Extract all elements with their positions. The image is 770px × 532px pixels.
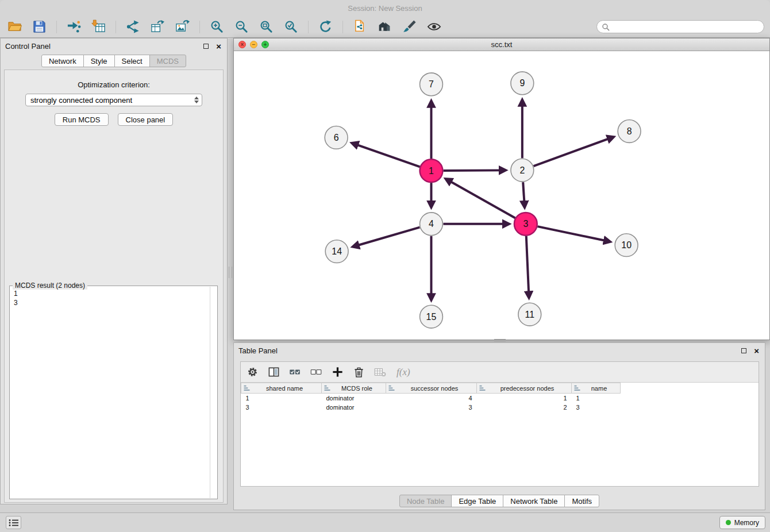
horizontal-splitter[interactable]	[494, 339, 506, 342]
search-box[interactable]	[596, 20, 764, 33]
result-scrollbar[interactable]	[210, 287, 210, 498]
table-cell[interactable]: 3	[241, 403, 322, 412]
export-network-button[interactable]	[148, 18, 167, 36]
mcds-result-list: 13	[11, 287, 208, 498]
node-1[interactable]: 1	[420, 159, 443, 182]
unselect-all-button[interactable]	[306, 364, 327, 381]
close-window-button[interactable]: ×	[238, 41, 246, 48]
tab-network-table[interactable]: Network Table	[503, 495, 565, 507]
refresh-icon	[318, 20, 333, 34]
close-panel-button[interactable]: Close panel	[118, 113, 174, 126]
edge-3-1[interactable]	[446, 179, 515, 218]
import-table-button[interactable]	[88, 18, 108, 36]
eye-details-button[interactable]	[424, 18, 444, 36]
tab-select[interactable]: Select	[114, 55, 150, 67]
column-header-MCDS-role[interactable]: MCDS role	[322, 383, 386, 394]
table-cell[interactable]: 3	[572, 403, 621, 412]
edge-1-6[interactable]	[353, 144, 419, 167]
save-session-button[interactable]	[29, 18, 49, 36]
edge-3-10[interactable]	[537, 226, 609, 241]
node-3[interactable]: 3	[514, 213, 537, 236]
vertical-splitter[interactable]	[229, 267, 232, 278]
open-folder-icon	[7, 20, 22, 34]
homes-icon	[378, 20, 392, 34]
node-6[interactable]: 6	[325, 126, 348, 149]
new-network-button[interactable]	[123, 18, 143, 36]
tab-style[interactable]: Style	[83, 55, 115, 67]
table-cell[interactable]: dominator	[322, 394, 386, 403]
table-tabs: Node TableEdge TableNetwork TableMotifs	[234, 495, 765, 507]
style-brush-button[interactable]	[399, 18, 419, 36]
table-cell[interactable]: 4	[386, 394, 477, 403]
settings-button[interactable]	[242, 364, 263, 381]
show-columns-icon	[268, 366, 280, 378]
export-image-button[interactable]	[172, 18, 192, 36]
table-cell[interactable]: 1	[477, 394, 572, 403]
table-cell[interactable]: 1	[572, 394, 621, 403]
edge-1-2[interactable]	[443, 170, 505, 171]
table-cell[interactable]: 1	[241, 394, 322, 403]
run-mcds-button[interactable]: Run MCDS	[55, 113, 109, 126]
table-cell[interactable]: dominator	[322, 403, 386, 412]
zoom-out-button[interactable]	[232, 18, 251, 36]
optimization-dropdown[interactable]: strongly connected component	[25, 94, 202, 106]
memory-button[interactable]: Memory	[719, 516, 765, 529]
node-7[interactable]: 7	[420, 73, 443, 96]
delete-table-button[interactable]	[369, 364, 391, 381]
tab-edge-table[interactable]: Edge Table	[451, 495, 503, 507]
tab-node-table[interactable]: Node Table	[399, 495, 452, 507]
edge-2-8[interactable]	[534, 137, 613, 166]
table-close-icon[interactable]: ×	[754, 346, 759, 355]
table-cell[interactable]: 2	[477, 403, 572, 412]
table-cell[interactable]: 3	[386, 403, 477, 412]
table-row[interactable]: 3dominator323	[241, 403, 621, 412]
delete-row-button[interactable]	[348, 364, 369, 381]
float-panel-icon[interactable]	[203, 44, 209, 49]
clone-network-button[interactable]	[350, 18, 369, 36]
zoom-in-icon	[210, 20, 224, 34]
zoom-in-button[interactable]	[207, 18, 226, 36]
tab-motifs[interactable]: Motifs	[564, 495, 599, 507]
memory-status-dot	[726, 520, 731, 525]
minimize-window-button[interactable]: −	[250, 41, 257, 48]
node-4[interactable]: 4	[420, 213, 443, 236]
tab-network[interactable]: Network	[41, 55, 84, 67]
node-14[interactable]: 14	[325, 240, 348, 263]
column-header-name[interactable]: name	[572, 383, 621, 394]
edge-3-11[interactable]	[526, 236, 529, 297]
maximize-window-button[interactable]: +	[261, 41, 269, 48]
edge-4-14[interactable]	[354, 228, 420, 246]
zoom-selected-button[interactable]	[281, 18, 301, 36]
import-network-button[interactable]	[64, 18, 83, 36]
refresh-button[interactable]	[315, 18, 335, 36]
zoom-fit-button[interactable]	[256, 18, 276, 36]
home-button[interactable]	[375, 18, 394, 36]
node-2[interactable]: 2	[511, 159, 534, 182]
tab-mcds[interactable]: MCDS	[149, 55, 186, 67]
table-float-icon[interactable]	[741, 348, 746, 353]
node-10[interactable]: 10	[615, 234, 638, 257]
column-label: predecessor nodes	[486, 385, 569, 392]
network-canvas[interactable]: 7968124314101511	[234, 51, 769, 340]
node-11[interactable]: 11	[518, 303, 541, 326]
network-graph[interactable]: 7968124314101511	[234, 51, 769, 340]
column-header-predecessor-nodes[interactable]: predecessor nodes	[477, 383, 572, 394]
add-row-button[interactable]	[327, 364, 348, 381]
column-header-successor-nodes[interactable]: successor nodes	[386, 383, 477, 394]
column-header-shared-name[interactable]: shared name	[241, 383, 322, 394]
svg-text:1: 1	[429, 166, 434, 176]
function-builder-icon[interactable]: f(x)	[396, 367, 410, 378]
control-panel: Control Panel × NetworkStyleSelectMCDS O…	[0, 38, 228, 504]
add-icon	[332, 366, 344, 378]
search-input[interactable]	[613, 22, 759, 31]
node-9[interactable]: 9	[511, 72, 534, 95]
close-panel-icon[interactable]: ×	[216, 42, 221, 51]
node-15[interactable]: 15	[420, 305, 443, 328]
edge-2-3[interactable]	[523, 182, 525, 206]
table-row[interactable]: 1dominator411	[241, 394, 621, 403]
select-all-button[interactable]	[284, 364, 306, 381]
node-8[interactable]: 8	[618, 120, 641, 143]
open-file-button[interactable]	[5, 18, 24, 36]
show-columns-button[interactable]	[263, 364, 284, 381]
task-history-button[interactable]	[6, 516, 21, 529]
